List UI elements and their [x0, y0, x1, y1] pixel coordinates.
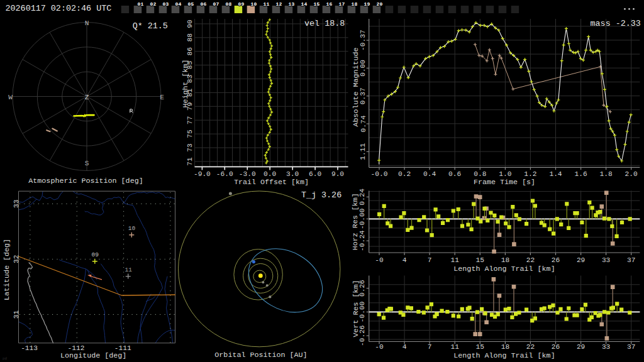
svg-text:02: 02: [150, 1, 157, 7]
svg-text:20260117 02:02:46 UTC: 20260117 02:02:46 UTC: [6, 4, 112, 13]
svg-text:Absolute Magnitude: Absolute Magnitude: [352, 47, 360, 126]
svg-text:26: 26: [552, 343, 560, 351]
svg-text:33: 33: [602, 256, 610, 264]
svg-text:Height [km]: Height [km]: [181, 59, 190, 107]
svg-text:7: 7: [428, 256, 432, 264]
svg-text:0.2: 0.2: [398, 170, 411, 178]
svg-text:0.37: 0.37: [360, 87, 367, 104]
svg-text:Horz Res [km]: Horz Res [km]: [352, 193, 360, 250]
svg-text:22: 22: [526, 256, 535, 264]
svg-text:9.0: 9.0: [331, 170, 344, 178]
svg-text:0.0: 0.0: [264, 170, 276, 178]
svg-text:11: 11: [450, 343, 459, 351]
svg-text:33: 33: [602, 343, 610, 351]
svg-text:11: 11: [264, 1, 270, 7]
svg-text:-0: -0: [375, 256, 384, 264]
svg-text:-0: -0: [375, 343, 384, 351]
svg-text:1.11: 1.11: [360, 143, 367, 160]
svg-text:Length Along Trail [km]: Length Along Trail [km]: [453, 351, 555, 360]
svg-text:1.4: 1.4: [549, 170, 562, 178]
svg-text:13: 13: [289, 1, 295, 7]
svg-text:1.2: 1.2: [524, 170, 536, 178]
svg-text:33: 33: [13, 199, 20, 207]
svg-text:7: 7: [428, 343, 432, 351]
svg-text:29: 29: [577, 256, 585, 264]
svg-text:W: W: [8, 94, 13, 101]
svg-text:0.74: 0.74: [360, 115, 367, 132]
svg-text:12: 12: [276, 1, 282, 7]
svg-text:31: 31: [13, 310, 20, 319]
svg-text:Trail Offset [km]: Trail Offset [km]: [234, 178, 309, 187]
svg-text:77: 77: [186, 116, 194, 124]
svg-text:Latitude [deg]: Latitude [deg]: [3, 239, 11, 300]
svg-text:01: 01: [138, 1, 144, 7]
svg-text:26: 26: [552, 256, 560, 264]
svg-text:06: 06: [201, 1, 207, 7]
svg-text:09: 09: [238, 1, 245, 7]
svg-text:0.6: 0.6: [448, 170, 461, 178]
svg-text:3.0: 3.0: [286, 170, 299, 178]
svg-text:11: 11: [125, 266, 133, 273]
svg-text:17: 17: [339, 1, 345, 7]
svg-text:Longitude [deg]: Longitude [deg]: [60, 351, 126, 360]
svg-text:04: 04: [175, 1, 182, 7]
svg-text:0.00: 0.00: [360, 60, 367, 77]
svg-text:-111: -111: [114, 344, 131, 352]
svg-text:-9.0: -9.0: [194, 170, 211, 178]
svg-text:0.8: 0.8: [474, 170, 486, 178]
svg-text:88: 88: [186, 33, 194, 41]
svg-text:Z: Z: [85, 94, 89, 101]
svg-text:Atmospheric Position [deg]: Atmospheric Position [deg]: [28, 177, 143, 185]
svg-text:-6.0: -6.0: [216, 170, 233, 178]
svg-text:18: 18: [352, 1, 358, 7]
svg-text:Frame Time [s]: Frame Time [s]: [474, 178, 535, 187]
svg-text:18: 18: [501, 343, 509, 351]
svg-text:15: 15: [476, 256, 484, 264]
svg-text:-0.0: -0.0: [371, 170, 388, 178]
svg-text:T_j 3.26: T_j 3.26: [301, 190, 341, 200]
svg-text:86: 86: [186, 47, 194, 55]
svg-text:4: 4: [402, 256, 407, 264]
svg-text:Vert Res [km]: Vert Res [km]: [352, 280, 360, 337]
svg-text:08: 08: [226, 1, 232, 7]
svg-text:-0.37: -0.37: [360, 30, 367, 51]
svg-text:Length Along Trail [km]: Length Along Trail [km]: [453, 265, 555, 273]
svg-text:6.0: 6.0: [309, 170, 321, 178]
svg-text:10: 10: [128, 225, 136, 232]
svg-text:03: 03: [163, 1, 169, 7]
svg-text:18: 18: [501, 256, 509, 264]
svg-text:0.4: 0.4: [423, 170, 436, 178]
svg-text:11: 11: [450, 256, 459, 264]
svg-text:75: 75: [186, 129, 194, 138]
svg-text:09: 09: [92, 251, 99, 258]
svg-text:32: 32: [13, 255, 20, 263]
svg-text:S: S: [85, 160, 89, 167]
svg-text:mass -2.33: mass -2.33: [591, 19, 641, 28]
svg-text:71: 71: [186, 157, 194, 166]
svg-text:-112: -112: [68, 344, 85, 352]
svg-text:16: 16: [326, 1, 333, 7]
svg-text:37: 37: [627, 343, 635, 351]
svg-text:22: 22: [526, 343, 535, 351]
svg-text:pd: pd: [3, 356, 8, 361]
svg-text:90: 90: [186, 19, 194, 28]
svg-text:14: 14: [301, 1, 308, 7]
svg-text:4: 4: [402, 343, 407, 351]
svg-text:15: 15: [314, 1, 320, 7]
svg-text:N: N: [85, 19, 89, 27]
svg-text:-113: -113: [21, 344, 38, 352]
svg-text:vel 18.8: vel 18.8: [304, 19, 345, 28]
svg-text:1.8: 1.8: [600, 170, 613, 178]
svg-text:1.6: 1.6: [575, 170, 587, 178]
svg-text:10: 10: [251, 1, 257, 7]
svg-text:73: 73: [186, 143, 194, 151]
svg-text:20: 20: [377, 1, 383, 7]
svg-text:Q* 21.5: Q* 21.5: [133, 21, 168, 31]
svg-text:E: E: [160, 94, 164, 101]
svg-text:19: 19: [364, 1, 370, 7]
svg-text:-3.0: -3.0: [239, 170, 256, 178]
svg-text:05: 05: [188, 1, 194, 7]
svg-text:07: 07: [213, 1, 219, 7]
svg-text:37: 37: [627, 256, 635, 264]
svg-text:29: 29: [577, 343, 585, 351]
